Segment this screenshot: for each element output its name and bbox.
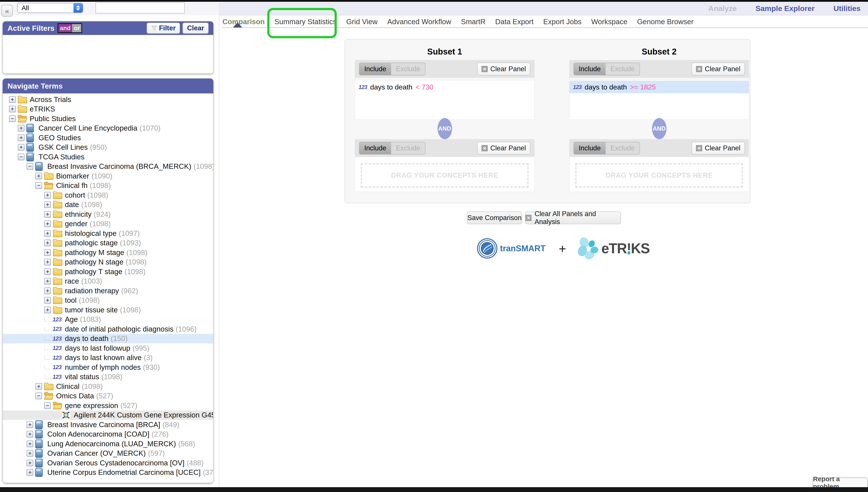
clear-panel-button[interactable]: ✕Clear Panel xyxy=(477,63,530,75)
tab-genome-browser[interactable]: Genome Browser xyxy=(637,18,694,26)
expand-node-icon[interactable]: + xyxy=(44,201,51,208)
expand-node-icon[interactable]: + xyxy=(44,259,51,265)
tree-item[interactable]: +Uterine Corpus Endometrial Carcinoma [U… xyxy=(3,468,213,477)
expand-node-icon[interactable]: + xyxy=(27,450,33,457)
include-option[interactable]: Include xyxy=(359,63,391,75)
concept-dropzone[interactable]: DRAG YOUR CONCEPTS HERE xyxy=(575,163,743,188)
tab-smartr[interactable]: SmartR xyxy=(461,18,485,26)
expand-node-icon[interactable]: + xyxy=(44,297,51,303)
expand-node-icon[interactable]: + xyxy=(44,249,51,256)
tree-item[interactable]: −Public Studies xyxy=(3,114,213,124)
include-exclude-toggle[interactable]: IncludeExclude xyxy=(574,142,640,154)
expand-node-icon[interactable]: + xyxy=(44,240,51,246)
report-a-problem-button[interactable]: Report a problem xyxy=(813,477,868,488)
tree-item[interactable]: +Lung Adenocarcinoma (LUAD_MERCK)(568) xyxy=(3,439,213,449)
tree-item[interactable]: +Ovarian Serous Cystadenocarcinoma [OV](… xyxy=(3,458,213,468)
include-option[interactable]: Include xyxy=(574,63,606,75)
tree-item[interactable]: +GEO Studies xyxy=(3,133,213,143)
tree-item[interactable]: +Clinical(1098) xyxy=(3,382,213,391)
expand-node-icon[interactable]: + xyxy=(44,278,51,285)
and-or-toggle[interactable]: and or xyxy=(58,23,82,33)
tree-item[interactable]: 123number of lymph nodes(930) xyxy=(3,363,213,372)
include-exclude-toggle[interactable]: IncludeExclude xyxy=(359,142,426,154)
expand-node-icon[interactable]: + xyxy=(44,192,51,198)
expand-node-icon[interactable]: + xyxy=(18,125,24,131)
clear-panel-button[interactable]: ✕Clear Panel xyxy=(692,63,745,75)
tree-item[interactable]: +radiation therapy(962) xyxy=(3,286,213,296)
concept-item[interactable]: 123days to death>= 1825 xyxy=(570,81,749,93)
collapse-node-icon[interactable]: − xyxy=(18,154,24,160)
and-toggle-option[interactable]: and xyxy=(58,24,72,32)
tree-item[interactable]: 123vital status(1098) xyxy=(3,372,213,382)
tree-item[interactable]: 123days to death(150) xyxy=(3,334,213,344)
tab-data-export[interactable]: Data Export xyxy=(495,18,533,26)
expand-node-icon[interactable]: + xyxy=(27,460,33,466)
tree-item[interactable]: +ethnicity(924) xyxy=(3,210,213,219)
tree-item[interactable]: −gene expression(527) xyxy=(3,401,213,411)
expand-node-icon[interactable]: + xyxy=(9,106,16,112)
clear-filters-button[interactable]: Clear xyxy=(183,23,209,34)
tree-item[interactable]: −Breast Invasive Carcinoma (BRCA_MERCK)(… xyxy=(3,162,213,171)
tab-comparison[interactable]: Comparison xyxy=(222,18,265,26)
include-option[interactable]: Include xyxy=(359,142,391,154)
search-input[interactable] xyxy=(95,2,185,14)
nav-sample-explorer[interactable]: Sample Explorer xyxy=(755,4,815,13)
expand-node-icon[interactable]: + xyxy=(44,268,51,275)
tree-item[interactable]: +pathology M stage(1098) xyxy=(3,248,213,257)
tree-item[interactable]: 123Age(1083) xyxy=(3,315,213,324)
tree-item[interactable]: +tool(1098) xyxy=(3,296,213,305)
expand-node-icon[interactable]: + xyxy=(27,469,33,476)
tree-item[interactable]: 123date of initial pathologic diagnosis(… xyxy=(3,324,213,334)
expand-node-icon[interactable]: + xyxy=(18,134,24,141)
expand-node-icon[interactable]: + xyxy=(35,383,42,390)
tree-item[interactable]: 123days to last known alive(3) xyxy=(3,353,213,363)
tree-item[interactable]: +Biomarker(1090) xyxy=(3,171,213,181)
nav-analyze[interactable]: Analyze xyxy=(708,4,737,13)
scope-select[interactable]: All xyxy=(17,3,83,13)
filter-button[interactable]: Filter xyxy=(147,23,180,34)
clear-panel-button[interactable]: ✕Clear Panel xyxy=(477,142,530,154)
select-stepper-icon[interactable] xyxy=(73,3,83,13)
exclude-option[interactable]: Exclude xyxy=(606,63,640,75)
tree-item[interactable]: +histological type(1097) xyxy=(3,229,213,238)
tree-item[interactable]: 123days to last followup(995) xyxy=(3,343,213,353)
tree-item[interactable]: +cohort(1098) xyxy=(3,190,213,200)
tree-item[interactable]: +race(1003) xyxy=(3,276,213,286)
clear-all-panels-button[interactable]: ✕ Clear All Panels and Analysis xyxy=(525,212,621,224)
expand-node-icon[interactable]: + xyxy=(27,421,33,428)
clear-panel-button[interactable]: ✕Clear Panel xyxy=(692,142,745,154)
tree-item[interactable]: Agilent 244K Custom Gene Expression G450… xyxy=(3,411,213,420)
tree-item[interactable]: −TCGA Studies xyxy=(3,152,213,162)
expand-node-icon[interactable]: + xyxy=(44,230,51,237)
tree-item[interactable]: +Breast Invasive Carcinoma [BRCA](849) xyxy=(3,420,213,429)
tree-item[interactable]: +gender(1098) xyxy=(3,219,213,229)
tree-item[interactable]: −Omics Data(527) xyxy=(3,391,213,401)
exclude-option[interactable]: Exclude xyxy=(391,63,425,75)
tab-advanced-workflow[interactable]: Advanced Workflow xyxy=(387,18,451,26)
tree-item[interactable]: +Across Trials xyxy=(3,95,213,104)
tab-summary-statistics[interactable]: Summary Statistics xyxy=(274,18,337,26)
nav-utilities[interactable]: Utilities xyxy=(834,4,861,13)
tree-item[interactable]: +Ovarian Cancer (OV_MERCK)(597) xyxy=(3,449,213,458)
concept-item[interactable]: 123days to death< 730 xyxy=(355,81,534,93)
include-exclude-toggle[interactable]: IncludeExclude xyxy=(359,63,426,75)
tree-item[interactable]: +pathology N stage(1098) xyxy=(3,257,213,267)
concept-dropzone[interactable]: DRAG YOUR CONCEPTS HERE xyxy=(361,163,529,188)
or-toggle-option[interactable]: or xyxy=(72,24,81,32)
save-comparison-button[interactable]: Save Comparison xyxy=(467,212,522,224)
expand-node-icon[interactable]: + xyxy=(44,288,51,294)
expand-node-icon[interactable]: + xyxy=(35,173,42,179)
tab-export-jobs[interactable]: Export Jobs xyxy=(543,18,582,26)
tab-workspace[interactable]: Workspace xyxy=(591,18,627,26)
collapse-node-icon[interactable]: − xyxy=(35,182,42,189)
exclude-option[interactable]: Exclude xyxy=(391,142,425,154)
expand-node-icon[interactable]: + xyxy=(44,307,51,313)
expand-node-icon[interactable]: + xyxy=(44,221,51,227)
tab-grid-view[interactable]: Grid View xyxy=(346,18,378,26)
expand-node-icon[interactable]: + xyxy=(44,211,51,218)
collapse-node-icon[interactable]: − xyxy=(9,116,16,122)
tree-item[interactable]: +pathology T stage(1098) xyxy=(3,267,213,276)
expand-node-icon[interactable]: + xyxy=(27,441,33,447)
expand-node-icon[interactable]: + xyxy=(9,96,16,103)
tree-item[interactable]: +tumor tissue site(1098) xyxy=(3,305,213,315)
